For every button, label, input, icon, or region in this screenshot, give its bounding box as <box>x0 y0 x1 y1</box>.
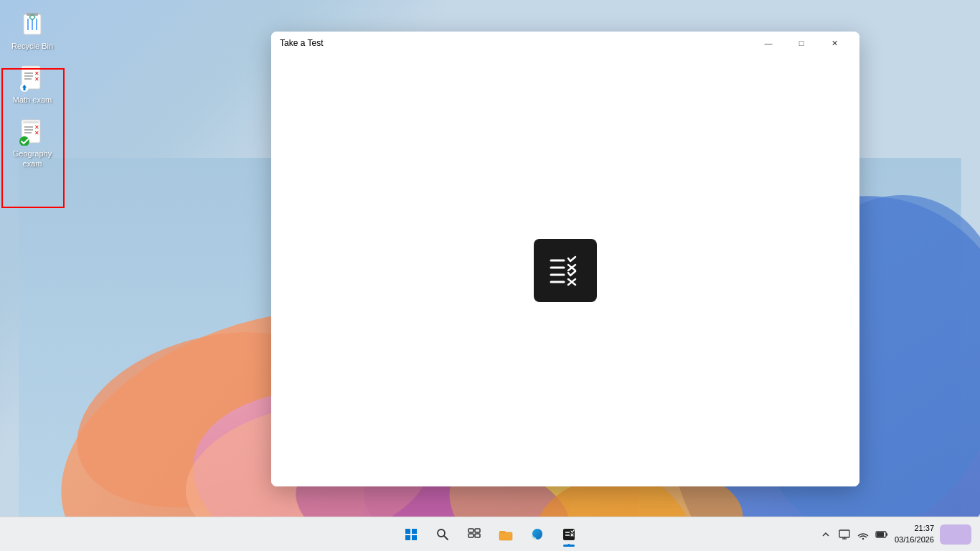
task-view-button[interactable] <box>460 520 489 549</box>
taskbar-clock[interactable]: 21:37 03/16/2026 <box>895 523 934 545</box>
take-test-taskbar-icon <box>562 527 576 542</box>
app-window: Take a Test — □ ✕ <box>271 32 859 486</box>
window-titlebar: Take a Test — □ ✕ <box>271 32 859 55</box>
search-button[interactable] <box>428 520 457 549</box>
svg-rect-44 <box>405 535 410 540</box>
edge-button[interactable] <box>523 520 552 549</box>
notification-area[interactable] <box>940 524 971 545</box>
start-button[interactable] <box>397 520 425 549</box>
close-button[interactable]: ✕ <box>818 32 851 55</box>
desktop-icons: Recycle Bin ✕ ✕ Math exam <box>4 7 61 171</box>
svg-rect-51 <box>475 534 480 537</box>
display-icon <box>839 529 850 540</box>
taskbar: 21:37 03/16/2026 <box>0 517 980 551</box>
display-tray-icon[interactable] <box>837 527 852 542</box>
file-explorer-icon <box>499 528 513 541</box>
window-content <box>271 55 859 486</box>
minimize-icon: — <box>765 39 773 47</box>
taskbar-center <box>397 520 583 549</box>
svg-rect-42 <box>405 529 410 534</box>
maximize-button[interactable]: □ <box>785 32 818 55</box>
svg-rect-18 <box>23 67 39 70</box>
battery-tray-icon[interactable] <box>875 527 889 542</box>
geography-exam-label: Geography exam <box>6 149 58 168</box>
task-view-icon <box>468 528 481 541</box>
take-test-logo-svg <box>544 249 587 292</box>
math-exam-label: Math exam <box>13 95 52 105</box>
chevron-icon <box>821 530 830 539</box>
geography-exam-image: ✕ ✕ <box>18 118 47 146</box>
tray-chevron[interactable] <box>819 527 833 542</box>
svg-point-62 <box>862 537 864 539</box>
window-title: Take a Test <box>280 38 752 48</box>
svg-line-47 <box>444 536 448 540</box>
window-controls: — □ ✕ <box>752 32 851 55</box>
svg-rect-64 <box>877 532 884 537</box>
system-tray <box>819 527 889 542</box>
edge-icon <box>530 527 545 542</box>
take-test-taskbar-button[interactable] <box>555 520 583 549</box>
recycle-bin-image <box>18 10 47 39</box>
svg-rect-49 <box>475 529 480 532</box>
close-icon: ✕ <box>831 39 838 48</box>
svg-rect-45 <box>412 535 417 540</box>
network-icon <box>857 529 869 540</box>
active-indicator <box>563 545 575 547</box>
svg-rect-43 <box>412 529 417 534</box>
take-test-logo <box>534 239 597 302</box>
file-explorer-button[interactable] <box>491 520 520 549</box>
network-tray-icon[interactable] <box>856 527 870 542</box>
math-exam-icon[interactable]: ✕ ✕ Math exam <box>4 61 61 108</box>
svg-text:✕: ✕ <box>34 76 39 83</box>
recycle-bin-label: Recycle Bin <box>11 42 53 51</box>
geography-exam-icon[interactable]: ✕ ✕ Geography exam <box>4 115 61 171</box>
svg-rect-52 <box>499 532 512 540</box>
svg-rect-50 <box>468 534 473 537</box>
start-icon <box>405 528 418 541</box>
clock-date: 03/16/2026 <box>895 534 934 545</box>
svg-rect-27 <box>23 121 39 123</box>
taskbar-right: 21:37 03/16/2026 <box>819 523 971 545</box>
svg-rect-59 <box>839 530 849 537</box>
recycle-bin-icon[interactable]: Recycle Bin <box>4 7 61 54</box>
maximize-icon: □ <box>799 39 804 47</box>
search-icon <box>436 528 449 541</box>
desktop: Recycle Bin ✕ ✕ Math exam <box>0 0 980 551</box>
svg-text:✕: ✕ <box>34 130 39 136</box>
svg-rect-48 <box>468 529 473 532</box>
battery-icon <box>875 529 888 540</box>
minimize-button[interactable]: — <box>752 32 785 55</box>
clock-time: 21:37 <box>895 523 934 534</box>
svg-rect-65 <box>886 533 887 536</box>
math-exam-image: ✕ ✕ <box>18 64 47 93</box>
